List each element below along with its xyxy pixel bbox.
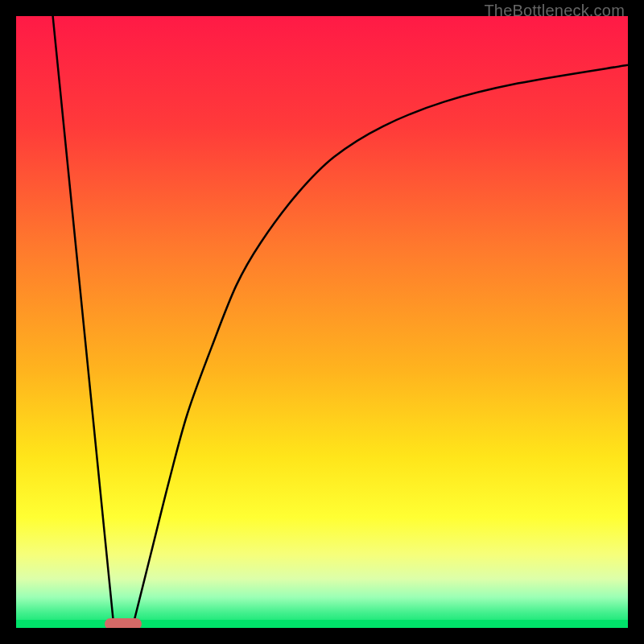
chart-frame: TheBottleneck.com <box>0 0 644 644</box>
curve-left-branch <box>53 16 114 628</box>
minimum-marker <box>105 618 142 628</box>
curve-right-branch <box>132 65 628 628</box>
curve-layer <box>16 16 628 628</box>
plot-area <box>16 16 628 628</box>
